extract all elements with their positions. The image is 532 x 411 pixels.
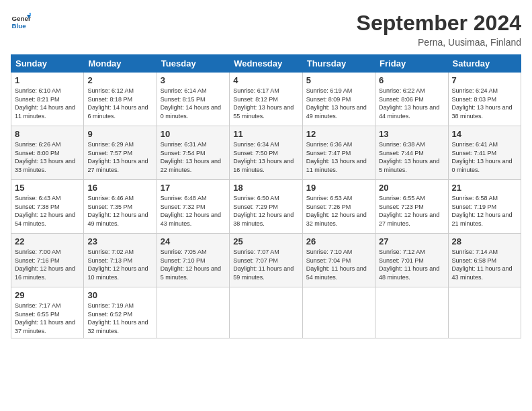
cell-info: Sunrise: 6:53 AM Sunset: 7:26 PM Dayligh… (306, 194, 371, 228)
cell-info: Sunrise: 6:36 AM Sunset: 7:47 PM Dayligh… (306, 140, 371, 174)
sunset-text: Sunset: 7:13 PM (87, 257, 152, 265)
daylight-text: Daylight: 14 hours and 6 minutes. (87, 103, 152, 120)
cell-info: Sunrise: 7:17 AM Sunset: 6:55 PM Dayligh… (15, 302, 80, 335)
calendar-cell (448, 287, 521, 338)
sunset-text: Sunset: 8:15 PM (161, 95, 226, 104)
day-number: 29 (15, 290, 80, 300)
daylight-text: Daylight: 13 hours and 49 minutes. (306, 103, 371, 120)
calendar-cell (230, 287, 302, 338)
calendar-cell: 3 Sunrise: 6:14 AM Sunset: 8:15 PM Dayli… (157, 73, 229, 126)
daylight-text: Daylight: 11 hours and 37 minutes. (15, 318, 80, 335)
daylight-text: Daylight: 12 hours and 16 minutes. (15, 265, 80, 281)
day-number: 9 (87, 129, 152, 139)
cell-info: Sunrise: 7:10 AM Sunset: 7:04 PM Dayligh… (306, 248, 371, 281)
daylight-text: Daylight: 12 hours and 10 minutes. (87, 265, 152, 281)
calendar-cell: 14 Sunrise: 6:41 AM Sunset: 7:41 PM Dayl… (448, 126, 521, 180)
sunset-text: Sunset: 7:35 PM (87, 203, 152, 212)
sunset-text: Sunset: 8:12 PM (233, 95, 298, 104)
sunset-text: Sunset: 8:00 PM (15, 149, 80, 158)
sunrise-text: Sunrise: 6:36 AM (306, 140, 371, 149)
sunset-text: Sunset: 6:58 PM (452, 257, 517, 265)
cell-info: Sunrise: 6:10 AM Sunset: 8:21 PM Dayligh… (15, 87, 80, 120)
cell-info: Sunrise: 6:55 AM Sunset: 7:23 PM Dayligh… (379, 194, 444, 228)
sunrise-text: Sunrise: 6:41 AM (452, 140, 517, 149)
daylight-text: Daylight: 11 hours and 48 minutes. (379, 265, 444, 281)
calendar-cell: 19 Sunrise: 6:53 AM Sunset: 7:26 PM Dayl… (302, 180, 375, 234)
sunset-text: Sunset: 7:32 PM (161, 203, 226, 212)
calendar-cell: 21 Sunrise: 6:58 AM Sunset: 7:19 PM Dayl… (448, 180, 521, 234)
calendar-cell: 28 Sunrise: 7:14 AM Sunset: 6:58 PM Dayl… (448, 234, 521, 287)
cell-info: Sunrise: 6:38 AM Sunset: 7:44 PM Dayligh… (379, 140, 444, 174)
col-sunday: Sunday (11, 55, 84, 73)
sunset-text: Sunset: 7:38 PM (15, 203, 80, 212)
day-number: 19 (306, 183, 371, 193)
sunrise-text: Sunrise: 6:55 AM (379, 194, 444, 203)
sunset-text: Sunset: 7:26 PM (306, 203, 371, 212)
page-header: General Blue September 2024 Perna, Uusim… (11, 11, 521, 48)
sunrise-text: Sunrise: 7:19 AM (87, 302, 152, 310)
calendar-cell: 26 Sunrise: 7:10 AM Sunset: 7:04 PM Dayl… (302, 234, 375, 287)
sunrise-text: Sunrise: 6:53 AM (306, 194, 371, 203)
calendar-cell: 15 Sunrise: 6:43 AM Sunset: 7:38 PM Dayl… (11, 180, 84, 234)
col-tuesday: Tuesday (157, 55, 229, 73)
cell-info: Sunrise: 6:43 AM Sunset: 7:38 PM Dayligh… (15, 194, 80, 228)
cell-info: Sunrise: 6:14 AM Sunset: 8:15 PM Dayligh… (161, 87, 226, 120)
daylight-text: Daylight: 11 hours and 32 minutes. (87, 318, 152, 335)
daylight-text: Daylight: 11 hours and 59 minutes. (233, 265, 298, 281)
daylight-text: Daylight: 12 hours and 54 minutes. (15, 211, 80, 228)
col-wednesday: Wednesday (230, 55, 302, 73)
day-number: 21 (452, 183, 517, 193)
col-saturday: Saturday (448, 55, 521, 73)
daylight-text: Daylight: 13 hours and 33 minutes. (15, 157, 80, 174)
day-number: 30 (87, 290, 152, 300)
day-number: 8 (15, 129, 80, 139)
sunrise-text: Sunrise: 7:00 AM (15, 248, 80, 257)
title-block: September 2024 Perna, Uusimaa, Finland (357, 11, 521, 48)
day-number: 17 (161, 183, 226, 193)
sunrise-text: Sunrise: 6:19 AM (306, 87, 371, 95)
cell-info: Sunrise: 6:50 AM Sunset: 7:29 PM Dayligh… (233, 194, 298, 228)
day-number: 24 (161, 236, 226, 246)
sunset-text: Sunset: 7:54 PM (161, 149, 226, 158)
page-container: General Blue September 2024 Perna, Uusim… (0, 0, 532, 411)
day-number: 5 (306, 75, 371, 85)
sunrise-text: Sunrise: 7:12 AM (379, 248, 444, 257)
sunrise-text: Sunrise: 7:14 AM (452, 248, 517, 257)
sunrise-text: Sunrise: 6:17 AM (233, 87, 298, 95)
sunrise-text: Sunrise: 6:22 AM (379, 87, 444, 95)
cell-info: Sunrise: 7:05 AM Sunset: 7:10 PM Dayligh… (161, 248, 226, 281)
sunset-text: Sunset: 7:19 PM (452, 203, 517, 212)
sunset-text: Sunset: 7:10 PM (161, 257, 226, 265)
day-number: 18 (233, 183, 298, 193)
cell-info: Sunrise: 6:31 AM Sunset: 7:54 PM Dayligh… (161, 140, 226, 174)
daylight-text: Daylight: 14 hours and 0 minutes. (161, 103, 226, 120)
calendar-cell (302, 287, 375, 338)
sunrise-text: Sunrise: 6:48 AM (161, 194, 226, 203)
svg-text:Blue: Blue (12, 22, 27, 30)
sunset-text: Sunset: 8:06 PM (379, 95, 444, 104)
cell-info: Sunrise: 6:26 AM Sunset: 8:00 PM Dayligh… (15, 140, 80, 174)
cell-info: Sunrise: 7:02 AM Sunset: 7:13 PM Dayligh… (87, 248, 152, 281)
col-friday: Friday (375, 55, 448, 73)
day-number: 20 (379, 183, 444, 193)
calendar-cell: 27 Sunrise: 7:12 AM Sunset: 7:01 PM Dayl… (375, 234, 448, 287)
cell-info: Sunrise: 6:24 AM Sunset: 8:03 PM Dayligh… (452, 87, 517, 120)
cell-info: Sunrise: 7:14 AM Sunset: 6:58 PM Dayligh… (452, 248, 517, 281)
sunset-text: Sunset: 7:41 PM (452, 149, 517, 158)
calendar-cell: 25 Sunrise: 7:07 AM Sunset: 7:07 PM Dayl… (230, 234, 302, 287)
sunrise-text: Sunrise: 6:12 AM (87, 87, 152, 95)
day-number: 23 (87, 236, 152, 246)
cell-info: Sunrise: 6:58 AM Sunset: 7:19 PM Dayligh… (452, 194, 517, 228)
sunrise-text: Sunrise: 7:17 AM (15, 302, 80, 310)
sunset-text: Sunset: 7:01 PM (379, 257, 444, 265)
daylight-text: Daylight: 12 hours and 5 minutes. (161, 265, 226, 281)
daylight-text: Daylight: 12 hours and 32 minutes. (306, 211, 371, 228)
daylight-text: Daylight: 14 hours and 11 minutes. (15, 103, 80, 120)
calendar-cell: 29 Sunrise: 7:17 AM Sunset: 6:55 PM Dayl… (11, 287, 84, 338)
sunset-text: Sunset: 7:29 PM (233, 203, 298, 212)
month-title: September 2024 (357, 11, 521, 36)
calendar-cell: 13 Sunrise: 6:38 AM Sunset: 7:44 PM Dayl… (375, 126, 448, 180)
day-number: 26 (306, 236, 371, 246)
daylight-text: Daylight: 12 hours and 21 minutes. (452, 211, 517, 228)
sunset-text: Sunset: 7:44 PM (379, 149, 444, 158)
